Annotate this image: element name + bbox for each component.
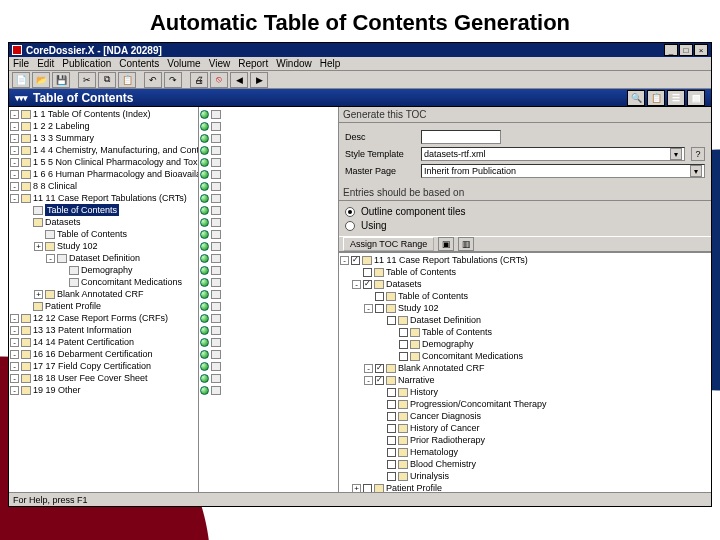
collapse-icon[interactable]: - [364,376,373,385]
redo-icon[interactable]: ↷ [164,72,182,88]
list-item[interactable] [200,276,337,288]
list-item[interactable] [200,264,337,276]
tree-row[interactable]: -1 3 3 Summary [10,132,197,144]
collapse-icon[interactable]: - [10,110,19,119]
nav-fwd-icon[interactable]: ▶ [250,72,268,88]
tree-row[interactable]: -1 1 Table Of Contents (Index) [10,108,197,120]
tree-row[interactable]: Concomitant Medications [10,276,197,288]
maximize-button[interactable]: □ [679,44,693,56]
list-item[interactable] [200,300,337,312]
new-icon[interactable]: 📄 [12,72,30,88]
checkbox[interactable] [363,484,372,493]
collapse-icon[interactable]: - [10,146,19,155]
list-item[interactable] [200,156,337,168]
collapse-icon[interactable]: - [340,256,349,265]
range-tree-row[interactable]: -Blank Annotated CRF [340,362,710,374]
collapse-icon[interactable]: - [10,134,19,143]
list-item[interactable] [200,132,337,144]
tree-row[interactable]: +Study 102 [10,240,197,252]
checkbox[interactable] [387,316,396,325]
collapse-icon[interactable]: - [10,386,19,395]
collapse-icon[interactable]: - [10,158,19,167]
stop-icon[interactable]: ⦸ [210,72,228,88]
list-item[interactable] [200,144,337,156]
list-item[interactable] [200,252,337,264]
range-tree-row[interactable]: -Datasets [340,278,710,290]
menu-volume[interactable]: Volume [167,58,200,69]
checkbox[interactable] [387,400,396,409]
radio-using[interactable] [345,221,355,231]
tree-row[interactable]: -1 6 6 Human Pharmacology and Bioavailab… [10,168,197,180]
checkbox[interactable] [375,364,384,373]
range-tree-row[interactable]: Hematology [340,446,710,458]
tree-row[interactable]: -17 17 Field Copy Certification [10,360,197,372]
tree-row[interactable]: Patient Profile [10,300,197,312]
tree-row[interactable]: +Blank Annotated CRF [10,288,197,300]
list-item[interactable] [200,384,337,396]
range-tree-row[interactable]: Urinalysis [340,470,710,482]
range-tree-row[interactable]: Cancer Diagnosis [340,410,710,422]
range-tree-row[interactable]: Blood Chemistry [340,458,710,470]
checkbox[interactable] [399,328,408,337]
collapse-icon[interactable]: - [10,122,19,131]
menu-contents[interactable]: Contents [119,58,159,69]
list-item[interactable] [200,216,337,228]
radio-outline-tiles[interactable] [345,207,355,217]
collapse-icon[interactable]: - [10,170,19,179]
collapse-icon[interactable]: - [10,314,19,323]
open-icon[interactable]: 📂 [32,72,50,88]
tool-tree-icon[interactable]: ☰ [667,90,685,106]
list-item[interactable] [200,324,337,336]
range-tree-row[interactable]: Concomitant Medications [340,350,710,362]
chevron-down-icon[interactable]: ▾ [670,148,682,160]
master-page-combo[interactable]: Inherit from Publication ▾ [421,164,705,178]
menu-view[interactable]: View [209,58,231,69]
menu-file[interactable]: File [13,58,29,69]
collapse-icon[interactable]: - [10,350,19,359]
tree-row[interactable]: -1 5 5 Non Clinical Pharmacology and Tox… [10,156,197,168]
menu-edit[interactable]: Edit [37,58,54,69]
menu-help[interactable]: Help [320,58,341,69]
collapse-icon[interactable]: - [352,280,361,289]
tree-expand-icon[interactable]: ▥ [458,237,474,251]
expand-icon[interactable]: + [34,242,43,251]
range-tree-row[interactable]: History of Cancer [340,422,710,434]
range-tree-row[interactable]: +Patient Profile [340,482,710,492]
checkbox[interactable] [387,424,396,433]
copy-icon[interactable]: ⧉ [98,72,116,88]
menu-window[interactable]: Window [276,58,312,69]
tree-row[interactable]: Datasets [10,216,197,228]
close-button[interactable]: × [694,44,708,56]
list-item[interactable] [200,168,337,180]
tool-paste-icon[interactable]: 📋 [647,90,665,106]
nav-back-icon[interactable]: ◀ [230,72,248,88]
range-tree-row[interactable]: Table of Contents [340,266,710,278]
range-tree-row[interactable]: History [340,386,710,398]
list-item[interactable] [200,336,337,348]
checkbox[interactable] [363,280,372,289]
collapse-icon[interactable]: - [10,338,19,347]
list-item[interactable] [200,372,337,384]
minimize-button[interactable]: _ [664,44,678,56]
list-item[interactable] [200,120,337,132]
tree-row[interactable]: -1 4 4 Chemistry, Manufacturing, and Con… [10,144,197,156]
checkbox[interactable] [387,388,396,397]
checkbox[interactable] [363,268,372,277]
tree-row[interactable]: Demography [10,264,197,276]
tree-collapse-icon[interactable]: ▣ [438,237,454,251]
cut-icon[interactable]: ✂ [78,72,96,88]
chevron-down-icon[interactable]: ▾ [690,165,702,177]
checkbox[interactable] [375,304,384,313]
style-template-combo[interactable]: datasets-rtf.xml ▾ [421,147,685,161]
tree-row[interactable]: -18 18 User Fee Cover Sheet [10,372,197,384]
tree-row[interactable]: -16 16 Debarment Certification [10,348,197,360]
list-item[interactable] [200,348,337,360]
list-item[interactable] [200,192,337,204]
collapse-icon[interactable]: - [10,374,19,383]
assign-toc-range-button[interactable]: Assign TOC Range [343,237,434,251]
checkbox[interactable] [387,472,396,481]
collapse-icon[interactable]: - [10,326,19,335]
expand-icon[interactable]: + [352,484,361,493]
list-item[interactable] [200,240,337,252]
browse-style-button[interactable]: ? [691,147,705,161]
